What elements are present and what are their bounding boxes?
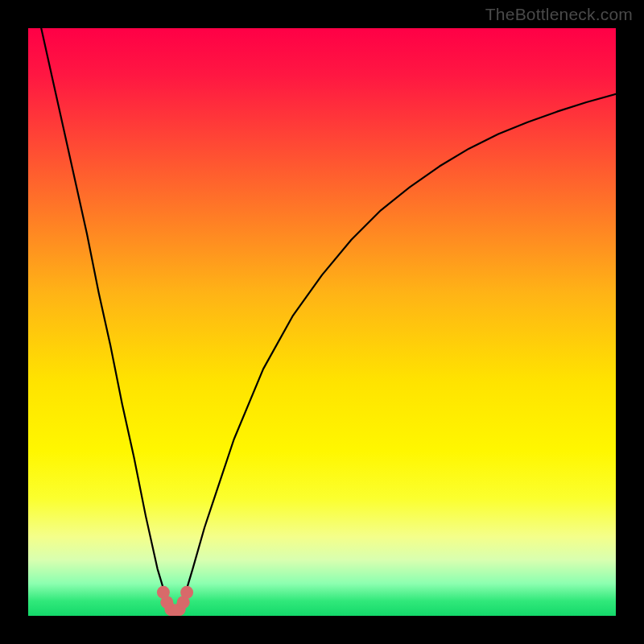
watermark-text: TheBottleneck.com bbox=[485, 5, 633, 24]
chart-frame: TheBottleneck.com bbox=[0, 0, 644, 644]
gradient-background bbox=[28, 28, 616, 616]
bottleneck-chart bbox=[28, 28, 616, 616]
plot-area bbox=[28, 28, 616, 616]
optimum-marker bbox=[180, 586, 193, 599]
